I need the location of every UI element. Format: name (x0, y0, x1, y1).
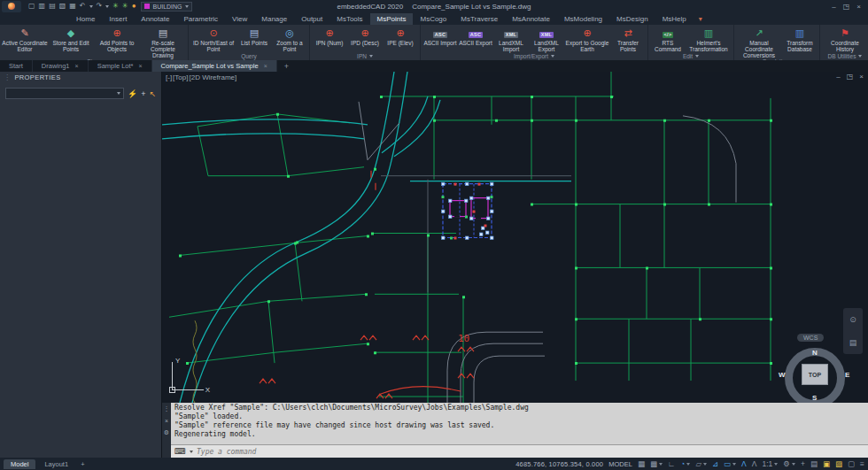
workspace-switching-icon[interactable]: ⚙ (783, 459, 795, 468)
layer-visibility-icon[interactable]: ✳ (112, 2, 119, 11)
tab-mshelp[interactable]: MsHelp (655, 13, 694, 25)
tab-insert[interactable]: Insert (102, 13, 134, 25)
group-label-db-utilities[interactable]: DB Utilities (820, 52, 868, 60)
command-history[interactable]: Resolve Xref "Sample": C:\Users\clch\Doc… (171, 403, 868, 444)
command-input[interactable] (197, 448, 864, 456)
tab-mscogo[interactable]: MsCogo (413, 13, 453, 25)
undo-dropdown-caret[interactable] (89, 5, 93, 8)
close-tab-icon[interactable]: × (75, 63, 79, 69)
doc-tab-start[interactable]: Start (0, 60, 33, 72)
drawing-restore-button[interactable]: ◳ (847, 73, 854, 81)
annotation-visibility-icon[interactable]: Λ (741, 459, 747, 468)
command-settings-wrench-icon[interactable]: ⚙ (164, 429, 169, 436)
selection-grips[interactable] (442, 182, 494, 239)
view-control[interactable]: [Top] (173, 73, 188, 81)
tab-output[interactable]: Output (294, 13, 329, 25)
customization-menu-icon[interactable]: ≡ (860, 459, 864, 468)
selection-type-value[interactable] (9, 89, 117, 97)
combo-dropdown-caret[interactable] (117, 92, 120, 95)
quick-select-icon[interactable]: ⚡ (128, 89, 137, 98)
command-close-icon[interactable]: × (165, 418, 168, 424)
open-icon[interactable]: ▥ (39, 2, 46, 11)
tab-mspoints[interactable]: MsPoints (370, 13, 414, 25)
landxml-import-button[interactable]: XML LandXML Import (493, 26, 529, 52)
autoscale-icon[interactable]: Λ (752, 459, 757, 468)
add-points-to-objects-button[interactable]: ⊕ Add Points to Objects (94, 26, 140, 52)
tab-msannotate[interactable]: MsAnnotate (505, 13, 557, 25)
tab-manage[interactable]: Manage (254, 13, 294, 25)
save-as-icon[interactable]: ▧ (59, 2, 66, 11)
manual-coordinate-conversions-button[interactable]: ↗ Manual Coordinate Conversions (736, 26, 782, 58)
drawing-minimize-button[interactable]: – (836, 73, 840, 81)
tab-home[interactable]: Home (69, 13, 102, 25)
grid-display-icon[interactable]: ▦ (638, 459, 645, 468)
active-coordinate-editor-button[interactable]: ✎ Active Coordinate Editor (2, 26, 48, 52)
close-button[interactable]: × (856, 3, 861, 11)
model-tab[interactable]: Model (4, 459, 35, 469)
new-icon[interactable]: ▢ (28, 2, 35, 11)
doc-tab-compare[interactable]: Compare_Sample Lot vs Sample× (152, 60, 277, 72)
coordinate-history-button[interactable]: ⚑ Coordinate History (822, 26, 868, 52)
annotation-monitor-icon[interactable]: + (801, 459, 805, 468)
redo-dropdown-caret[interactable] (105, 5, 109, 8)
minimize-button[interactable]: – (832, 3, 835, 11)
tab-parametric[interactable]: Parametric (176, 13, 225, 25)
isodraft-icon[interactable]: ▱ (695, 459, 707, 468)
annotation-scale-selector[interactable]: 1:1 (762, 459, 778, 468)
layer-lock-icon[interactable]: ● (132, 2, 136, 11)
ascii-import-button[interactable]: ASC ASCII Import (422, 26, 458, 46)
tab-msmodeling[interactable]: MsModeling (557, 13, 609, 25)
snap-mode-icon[interactable]: ▩ (650, 459, 663, 468)
ortho-mode-icon[interactable]: ∟ (668, 459, 675, 468)
restore-button[interactable]: ◳ (843, 3, 850, 11)
layout1-tab[interactable]: Layout1 (37, 459, 75, 469)
new-layout-button[interactable]: + (77, 460, 88, 468)
graphics-performance-icon[interactable]: ▨ (835, 459, 842, 468)
clean-screen-icon[interactable]: ▢ (848, 459, 855, 468)
compass-north[interactable]: N (812, 349, 818, 357)
zoom-to-point-button[interactable]: ◎ Zoom to a Point (272, 26, 307, 52)
quick-properties-icon[interactable]: ▤ (810, 459, 818, 468)
polar-tracking-icon[interactable]: ◔ (680, 459, 690, 468)
plot-icon[interactable]: ▦ (69, 2, 76, 11)
close-tab-icon[interactable]: × (264, 63, 267, 69)
save-icon[interactable]: ▤ (49, 2, 56, 11)
palette-grip-icon[interactable]: ⋮ (4, 73, 11, 81)
command-keyboard-icon[interactable]: ⌨ (174, 447, 186, 456)
isolate-objects-icon[interactable]: ▣ (823, 459, 830, 468)
doc-tab-sample-lot[interactable]: Sample Lot*× (89, 60, 152, 72)
visual-style-control[interactable]: [2D Wireframe] (189, 73, 236, 81)
layer-selector[interactable]: BUILDING (141, 2, 191, 12)
ascii-export-button[interactable]: ASC ASCII Export (458, 26, 493, 46)
rescale-drawing-button[interactable]: ▤ Re-scale Complete Drawing (140, 26, 186, 58)
tab-mstools[interactable]: MsTools (329, 13, 369, 25)
pickadd-toggle-icon[interactable]: + (141, 89, 145, 98)
close-tab-icon[interactable]: × (138, 63, 142, 69)
export-google-earth-button[interactable]: ⊕ Export to Google Earth (564, 26, 610, 52)
rts-command-button[interactable]: </> RTS Command (650, 26, 686, 52)
tab-view[interactable]: View (225, 13, 254, 25)
tab-mstraverse[interactable]: MsTraverse (453, 13, 505, 25)
object-snap-icon[interactable]: ⊿ (712, 459, 718, 468)
view-compass[interactable]: WCS N E S W TOP (781, 334, 849, 403)
store-edit-points-button[interactable]: ◆ Store and Edit Points (48, 26, 94, 52)
object-snap-tracking-icon[interactable]: ▭ (724, 459, 736, 468)
model-space-toggle[interactable]: MODEL (608, 460, 632, 468)
drawing-canvas[interactable]: 10 (162, 72, 868, 403)
group-label-ipn[interactable]: IPN (310, 51, 420, 60)
compass-east[interactable]: E (845, 371, 849, 379)
navigation-wheel-icon[interactable]: ⊙ (849, 315, 856, 324)
id-north-east-button[interactable]: ⊙ ID North/East of Point (190, 26, 236, 52)
group-label-query[interactable]: Query (189, 52, 309, 60)
landxml-export-button[interactable]: XML LandXML Export (529, 26, 564, 52)
redo-icon[interactable]: ↷ (97, 2, 103, 11)
list-points-button[interactable]: ▤ List Points (236, 26, 272, 46)
undo-icon[interactable]: ↶ (80, 2, 86, 11)
ipe-elev-button[interactable]: ⊕ IPE (Elev) (383, 26, 418, 46)
tab-annotate[interactable]: Annotate (134, 13, 176, 25)
select-objects-icon[interactable]: ↖ (149, 89, 156, 98)
wcs-label[interactable]: WCS (797, 334, 824, 342)
recent-commands-caret[interactable] (190, 451, 193, 453)
app-menu-button[interactable] (2, 1, 21, 12)
pan-icon[interactable]: ▤ (849, 338, 857, 347)
